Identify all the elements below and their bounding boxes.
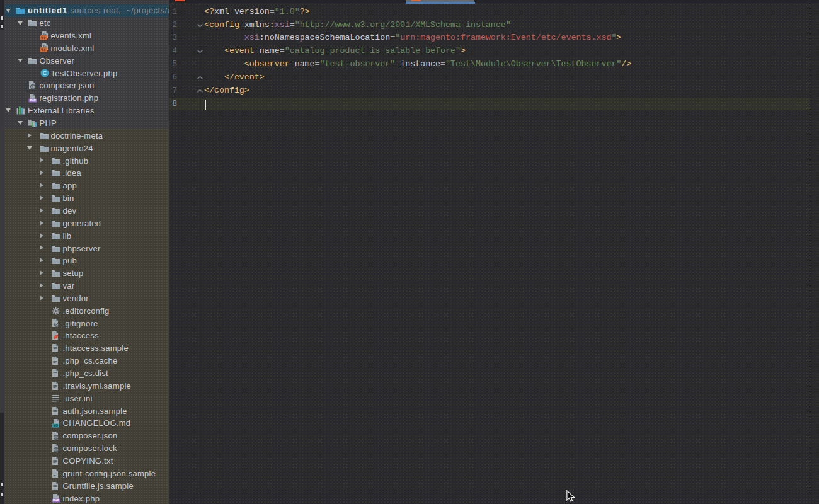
svg-text:MD: MD xyxy=(53,424,58,427)
svg-text:PHP: PHP xyxy=(53,499,60,502)
svg-text:C: C xyxy=(42,69,47,76)
svg-text:PHP: PHP xyxy=(30,99,37,102)
